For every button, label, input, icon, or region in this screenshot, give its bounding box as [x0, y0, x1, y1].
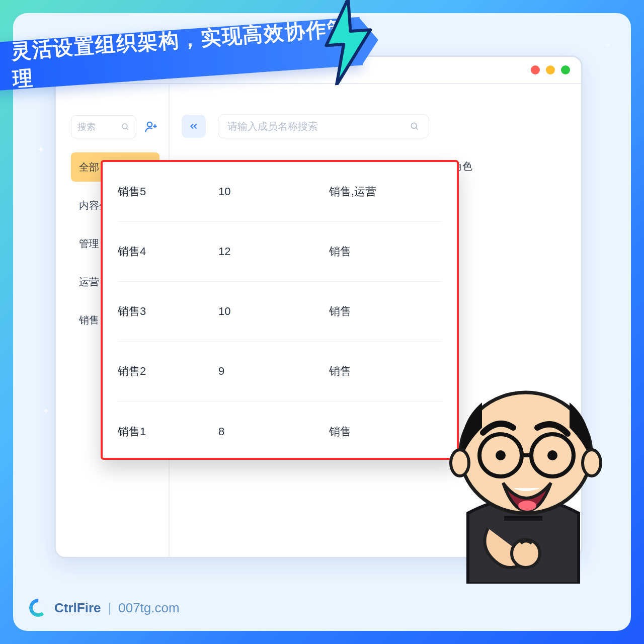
svg-point-5: [411, 123, 417, 128]
svg-line-1: [126, 128, 128, 130]
brand-name: CtrlFire: [54, 600, 101, 616]
cell-windows: 10: [218, 185, 329, 198]
brand-site: 007tg.com: [118, 600, 179, 616]
member-search-placeholder: 请输入成员名称搜索: [227, 120, 318, 133]
cell-windows: 9: [218, 365, 329, 378]
mascot-illustration: [438, 362, 609, 584]
svg-point-18: [518, 501, 536, 511]
cell-role: 销售,运营: [329, 184, 442, 199]
table-row[interactable]: 销售5 10 销售,运营: [118, 162, 442, 222]
cell-name: 销售1: [118, 424, 218, 439]
svg-line-6: [416, 128, 418, 130]
sidebar-item-label: 运营: [79, 275, 99, 289]
svg-point-2: [147, 122, 152, 127]
window-minimize-icon[interactable]: [546, 65, 555, 74]
svg-point-0: [122, 124, 127, 129]
search-icon: [410, 121, 420, 131]
brand-logo-icon: [29, 599, 47, 617]
collapse-sidebar-button[interactable]: [182, 115, 206, 138]
window-close-icon[interactable]: [531, 65, 540, 74]
member-search-input[interactable]: 请输入成员名称搜索: [218, 114, 429, 138]
sidebar-search-placeholder: 搜索: [77, 121, 96, 133]
add-user-button[interactable]: [143, 119, 159, 135]
sidebar-item-label: 销售: [79, 313, 99, 327]
cell-name: 销售4: [118, 244, 218, 259]
svg-point-11: [451, 450, 469, 476]
sparkle-icon: ✦: [37, 144, 45, 155]
cell-windows: 10: [218, 305, 329, 318]
window-zoom-icon[interactable]: [561, 65, 570, 74]
cell-name: 销售5: [118, 184, 218, 199]
sidebar-item-label: 管理: [79, 237, 99, 251]
sidebar-item-label: 全部: [79, 160, 99, 174]
footer-brand: CtrlFire | 007tg.com: [29, 599, 180, 617]
cell-role: 销售: [329, 244, 442, 259]
search-icon: [121, 122, 130, 131]
col-role: 角色: [452, 159, 564, 173]
cell-windows: 8: [218, 425, 329, 438]
table-row[interactable]: 销售3 10 销售: [118, 282, 442, 342]
svg-point-12: [583, 450, 601, 476]
table-row[interactable]: 销售2 9 销售: [118, 342, 442, 401]
svg-point-16: [496, 450, 506, 460]
svg-rect-8: [504, 516, 542, 521]
member-table-highlight: 销售5 10 销售,运营 销售4 12 销售 销售3 10 销售 销售2 9 销…: [101, 160, 459, 460]
lightning-icon: [313, 0, 379, 87]
table-row[interactable]: 销售4 12 销售: [118, 222, 442, 282]
separator: |: [108, 600, 111, 616]
cell-role: 销售: [329, 424, 442, 439]
table-row[interactable]: 销售1 8 销售: [118, 401, 442, 461]
cell-name: 销售2: [118, 364, 218, 379]
cell-role: 销售: [329, 364, 442, 379]
cell-windows: 12: [218, 245, 329, 258]
svg-point-9: [512, 539, 540, 568]
cell-name: 销售3: [118, 304, 218, 319]
svg-point-17: [547, 450, 557, 460]
sparkle-icon: ✦: [42, 406, 50, 417]
sparkle-icon: ✧: [605, 41, 611, 49]
sidebar-search-input[interactable]: 搜索: [71, 115, 136, 138]
cell-role: 销售: [329, 304, 442, 319]
svg-marker-7: [323, 0, 374, 86]
